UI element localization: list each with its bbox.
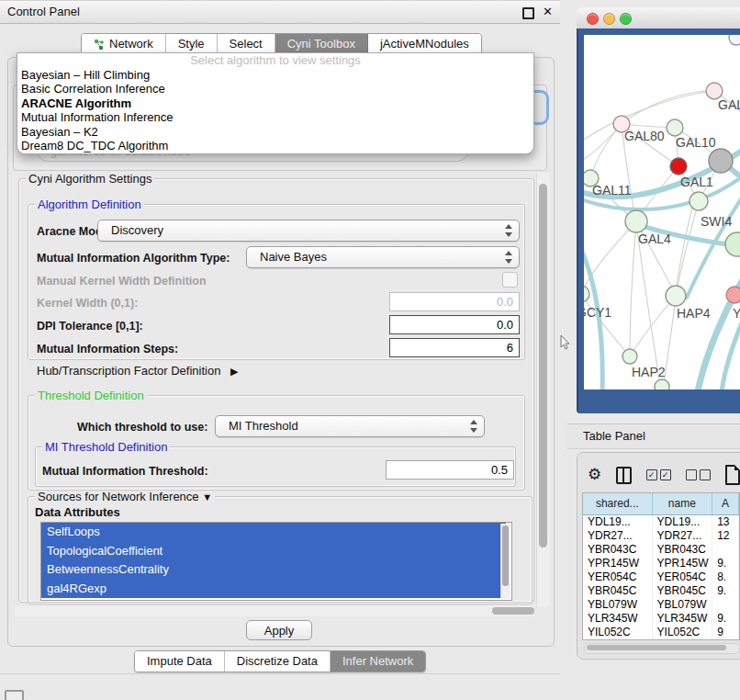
tab-jactivemnodules[interactable]: jActiveMNodules bbox=[368, 34, 481, 54]
minimize-traffic-light[interactable] bbox=[603, 13, 615, 25]
table-cell[interactable]: YBR045C bbox=[583, 584, 653, 598]
network-node-gray-node[interactable] bbox=[709, 149, 733, 173]
table-cell[interactable]: 9. bbox=[712, 584, 739, 598]
tab-discretize-data[interactable]: Discretize Data bbox=[225, 651, 331, 672]
table-cell[interactable] bbox=[712, 598, 739, 612]
node-attribute-table[interactable]: shared...nameA YDL19...YDL19...13YDR27..… bbox=[582, 492, 740, 640]
mi-steps-field[interactable]: 6 bbox=[389, 338, 520, 357]
table-hscrollbar-thumb[interactable] bbox=[587, 645, 726, 650]
float-window-icon[interactable] bbox=[522, 7, 534, 19]
network-node-GAL4[interactable] bbox=[625, 210, 647, 232]
table-cell[interactable]: YBR043C bbox=[583, 543, 653, 557]
stepper-icon[interactable] bbox=[469, 420, 477, 433]
algorithm-option-bayesian-k2[interactable]: Bayesian – K2 bbox=[17, 125, 533, 139]
kernel-width-field[interactable]: 0.0 bbox=[389, 292, 520, 311]
close-traffic-light[interactable] bbox=[587, 13, 599, 25]
algorithm-option-aracne-algorithm[interactable]: ARACNE Algorithm bbox=[17, 96, 533, 110]
table-cell[interactable]: YER054C bbox=[583, 570, 653, 584]
table-row[interactable]: YLR345WYLR345W9. bbox=[583, 612, 739, 626]
stepper-icon[interactable] bbox=[504, 251, 511, 264]
network-canvas[interactable]: GALGAL80GAL10GAL1GAL11GAL4SWI4GCY1HAP4YH… bbox=[584, 35, 740, 390]
settings-vertical-scrollbar[interactable] bbox=[536, 173, 550, 606]
table-cell[interactable]: YBR043C bbox=[653, 543, 713, 557]
table-row[interactable]: YPR145WYPR145W9. bbox=[583, 557, 739, 570]
table-cell[interactable] bbox=[712, 543, 739, 557]
table-cell[interactable]: YLR345W bbox=[583, 612, 653, 626]
network-node-HAP4[interactable] bbox=[666, 286, 686, 306]
mi-threshold-field[interactable]: 0.5 bbox=[386, 460, 514, 480]
table-cell[interactable]: YBL079W bbox=[583, 598, 653, 612]
data-attributes-list[interactable]: SelfLoopsTopologicalCoefficientBetweenne… bbox=[40, 522, 512, 601]
attributes-scrollbar-thumb[interactable] bbox=[502, 525, 509, 586]
tab-select[interactable]: Select bbox=[218, 34, 275, 54]
table-row[interactable]: YDL19...YDL19...13 bbox=[583, 515, 739, 529]
close-icon[interactable]: ✕ bbox=[543, 4, 553, 20]
aracne-mode-combobox[interactable]: Discovery bbox=[97, 220, 520, 242]
dpi-tolerance-field[interactable]: 0.0 bbox=[389, 315, 520, 334]
table-cell[interactable]: 12 bbox=[712, 529, 739, 543]
table-cell[interactable]: 13 bbox=[712, 515, 739, 529]
vscrollbar-thumb[interactable] bbox=[539, 184, 547, 548]
column-header-a[interactable]: A bbox=[712, 493, 739, 514]
chevron-down-icon[interactable]: ▼ bbox=[202, 491, 212, 503]
split-columns-icon[interactable] bbox=[616, 467, 631, 484]
network-node-SWI4[interactable] bbox=[725, 232, 740, 256]
network-node-GCY1[interactable] bbox=[584, 286, 589, 302]
table-row[interactable]: YBL079WYBL079W bbox=[583, 598, 739, 612]
network-edge-thin-19[interactable] bbox=[584, 294, 630, 356]
network-node-GAL1[interactable] bbox=[690, 192, 708, 210]
tab-style[interactable]: Style bbox=[166, 34, 218, 54]
table-row[interactable]: YDR27...YDR27...12 bbox=[583, 529, 739, 543]
which-threshold-combobox[interactable]: MI Threshold bbox=[215, 415, 485, 437]
table-row[interactable]: YBR045CYBR045C9. bbox=[583, 584, 739, 598]
algorithm-option-dream8-dc-tdc-algorithm[interactable]: Dream8 DC_TDC Algorithm bbox=[17, 139, 533, 152]
table-cell[interactable]: YDR27... bbox=[583, 529, 653, 543]
network-node-HAP2[interactable] bbox=[622, 349, 637, 364]
network-graph[interactable]: GALGAL80GAL10GAL1GAL11GAL4SWI4GCY1HAP4YH… bbox=[584, 35, 740, 390]
sources-header[interactable]: Sources for Network Inference ▼ bbox=[35, 491, 215, 503]
network-window-titlebar[interactable] bbox=[577, 7, 740, 29]
checked-boxes-icon[interactable]: ✓✓ bbox=[646, 469, 671, 480]
zoom-traffic-light[interactable] bbox=[620, 13, 632, 25]
network-edge-thin-14[interactable] bbox=[630, 221, 636, 356]
stepper-icon[interactable] bbox=[504, 224, 511, 237]
attribute-item-gal4rgexp[interactable]: gal4RGexp bbox=[41, 580, 506, 599]
chevron-right-icon[interactable]: ▶ bbox=[230, 366, 238, 378]
table-cell[interactable]: YIL052C bbox=[653, 626, 713, 639]
network-node-salmon-node[interactable] bbox=[726, 287, 740, 303]
tab-infer-network[interactable]: Infer Network bbox=[331, 651, 425, 672]
column-header-name[interactable]: name bbox=[653, 493, 713, 514]
document-icon[interactable] bbox=[725, 465, 740, 485]
column-header-shared[interactable]: shared... bbox=[583, 493, 653, 514]
table-cell[interactable]: YLR345W bbox=[653, 612, 713, 626]
table-cell[interactable]: YDL19... bbox=[653, 515, 713, 529]
manual-kernel-width-checkbox[interactable] bbox=[502, 272, 518, 288]
table-cell[interactable]: YBR045C bbox=[653, 584, 713, 598]
hub-section-header[interactable]: Hub/Transcription Factor Definition ▶ bbox=[37, 364, 238, 378]
table-cell[interactable]: YPR145W bbox=[583, 557, 653, 570]
table-cell[interactable]: YDR27... bbox=[653, 529, 713, 543]
tab-cyni-toolbox[interactable]: Cyni Toolbox bbox=[275, 34, 368, 54]
table-cell[interactable]: 9. bbox=[712, 557, 739, 570]
attribute-item-selfloops[interactable]: SelfLoops bbox=[41, 523, 506, 542]
table-cell[interactable]: YER054C bbox=[653, 570, 713, 584]
table-cell[interactable]: 8. bbox=[712, 570, 739, 584]
tab-network[interactable]: Network bbox=[82, 34, 166, 54]
network-edge-thin-0[interactable] bbox=[622, 91, 714, 124]
mi-algorithm-type-combobox[interactable]: Naive Bayes bbox=[246, 246, 520, 268]
network-node-bottom-partial[interactable] bbox=[655, 379, 669, 390]
dock-panel-icon[interactable] bbox=[5, 690, 24, 700]
network-node-top-partial[interactable] bbox=[729, 35, 740, 45]
table-row[interactable]: YER054CYER054C8. bbox=[583, 570, 739, 584]
algorithm-option-mutual-information-inference[interactable]: Mutual Information Inference bbox=[17, 110, 533, 124]
table-cell[interactable]: YDL19... bbox=[583, 515, 653, 529]
network-node-red-node[interactable] bbox=[670, 158, 687, 175]
algorithm-option-basic-correlation-inference[interactable]: Basic Correlation Inference bbox=[17, 82, 533, 96]
apply-button[interactable]: Apply bbox=[246, 620, 312, 640]
attribute-item-topologicalcoefficient[interactable]: TopologicalCoefficient bbox=[41, 542, 506, 561]
attribute-item-betweennesscentrality[interactable]: BetweennessCentrality bbox=[41, 560, 506, 580]
tab-impute-data[interactable]: Impute Data bbox=[135, 651, 225, 672]
unchecked-boxes-icon[interactable] bbox=[686, 469, 711, 480]
algorithm-option-bayesian-hill-climbing[interactable]: Bayesian – Hill Climbing bbox=[17, 68, 533, 82]
gear-icon[interactable]: ⚙ bbox=[588, 462, 601, 488]
